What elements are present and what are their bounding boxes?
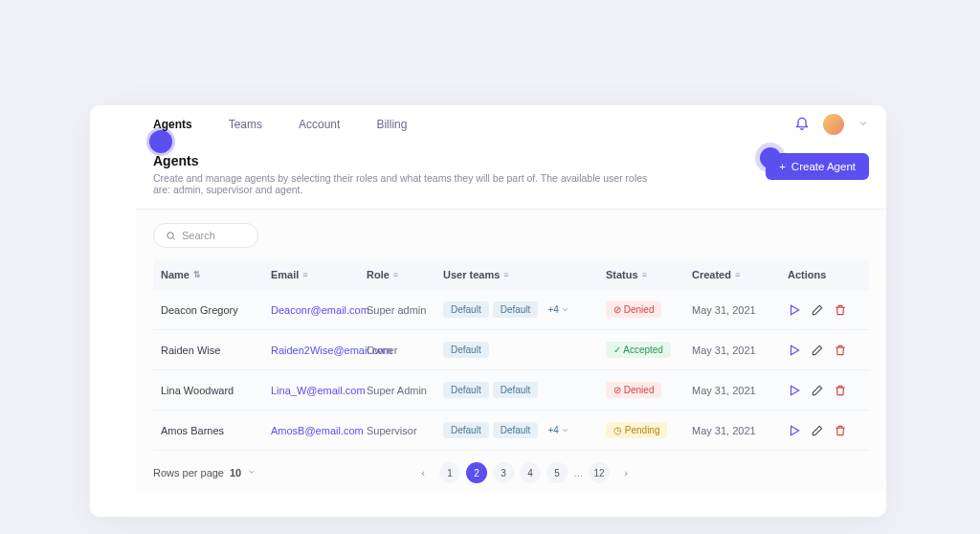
cell-teams: DefaultDefault [443, 382, 606, 398]
col-created[interactable]: Created≡ [692, 269, 788, 280]
cell-created: May 31, 2021 [692, 345, 788, 356]
play-icon[interactable] [788, 384, 801, 397]
cell-actions [788, 344, 855, 357]
cell-created: May 31, 2021 [692, 385, 788, 396]
edit-icon[interactable] [811, 303, 824, 317]
teams-more[interactable]: +4 [542, 301, 574, 318]
play-icon[interactable] [788, 424, 801, 437]
edit-icon[interactable] [811, 384, 824, 397]
rows-per-page-value[interactable]: 10 [230, 467, 241, 478]
search-icon [166, 231, 176, 241]
page-subtitle: Create and manage agents by selecting th… [153, 172, 651, 195]
team-chip: Default [443, 422, 489, 438]
page-2[interactable]: 2 [466, 462, 487, 483]
play-icon[interactable] [788, 303, 801, 317]
cell-actions [788, 424, 855, 437]
cell-name: Amos Barnes [161, 425, 271, 436]
tab-billing[interactable]: Billing [376, 106, 407, 143]
svg-point-8 [167, 232, 173, 237]
filter-icon: ≡ [735, 270, 740, 279]
filter-icon: ≡ [642, 270, 647, 279]
search-placeholder: Search [182, 230, 215, 241]
tab-teams[interactable]: Teams [229, 106, 262, 143]
trash-icon[interactable] [834, 303, 847, 317]
team-chip: Default [443, 382, 489, 398]
search-input[interactable]: Search [153, 223, 258, 248]
main-panel: Agents Teams Account Billing Agents Crea… [90, 105, 886, 517]
team-chip: Default [493, 382, 539, 398]
avatar[interactable] [823, 114, 844, 135]
edit-icon[interactable] [811, 424, 824, 437]
teams-more[interactable]: +4 [542, 422, 574, 438]
page-title: Agents [153, 153, 651, 168]
play-icon[interactable] [788, 344, 801, 357]
page-4[interactable]: 4 [520, 462, 541, 483]
cell-email[interactable]: AmosB@email.com [271, 425, 367, 436]
team-chip: Default [443, 301, 489, 318]
cell-name: Raiden Wise [161, 345, 271, 356]
cell-actions [788, 303, 855, 317]
cell-status: ⊘ Denied [606, 382, 692, 398]
trash-icon[interactable] [834, 384, 847, 397]
agents-table: Name⇅ Email≡ Role≡ User teams≡ Status≡ C… [153, 259, 869, 451]
trash-icon[interactable] [834, 344, 847, 357]
tabs: Agents Teams Account Billing [136, 105, 886, 144]
cell-email[interactable]: Raiden2Wise@email.com [271, 345, 367, 356]
cell-status: ◷ Pending [606, 422, 692, 438]
col-actions: Actions [788, 269, 855, 280]
chevron-down-icon[interactable] [858, 116, 869, 133]
rows-per-page-label: Rows per page [153, 467, 224, 478]
create-agent-button[interactable]: + Create Agent [766, 153, 869, 180]
sort-icon: ⇅ [193, 270, 201, 279]
cell-email[interactable]: Lina_W@email.com [271, 385, 367, 396]
table-row: Lina Woodward Lina_W@email.com Super Adm… [153, 370, 869, 411]
page-3[interactable]: 3 [493, 462, 514, 483]
cell-created: May 31, 2021 [692, 425, 788, 436]
create-agent-label: Create Agent [791, 161, 856, 172]
bell-icon[interactable] [794, 115, 810, 134]
chevron-down-icon[interactable] [247, 467, 256, 478]
status-badge: ◷ Pending [606, 422, 667, 438]
team-chip: Default [493, 422, 539, 438]
cell-teams: DefaultDefault+4 [443, 301, 606, 318]
cell-created: May 31, 2021 [692, 304, 788, 316]
col-teams[interactable]: User teams≡ [443, 269, 606, 280]
col-status[interactable]: Status≡ [606, 269, 692, 280]
table-row: Deacon Gregory Deaconr@email.com Super a… [153, 290, 869, 330]
cell-status: ⊘ Denied [606, 301, 692, 318]
filter-icon: ≡ [503, 270, 508, 279]
cell-role: Super Admin [367, 385, 443, 396]
page-next[interactable]: › [615, 462, 636, 483]
plus-icon: + [779, 161, 786, 172]
status-badge: ⊘ Denied [606, 382, 661, 398]
cell-teams: DefaultDefault+4 [443, 422, 606, 438]
cell-teams: Default [443, 342, 606, 358]
status-badge: ⊘ Denied [606, 301, 661, 318]
cell-role: Owner [367, 345, 443, 356]
col-role[interactable]: Role≡ [367, 269, 443, 280]
cell-email[interactable]: Deaconr@email.com [271, 304, 367, 316]
page-ellipsis: … [573, 468, 583, 478]
cell-role: Super admin [367, 304, 443, 316]
trash-icon[interactable] [834, 424, 847, 437]
filter-icon: ≡ [393, 270, 398, 279]
status-badge: ✓ Accepted [606, 342, 671, 358]
cell-role: Supervisor [367, 425, 443, 436]
page-header: Agents Create and manage agents by selec… [136, 144, 886, 209]
page-12[interactable]: 12 [589, 462, 610, 483]
table-row: Amos Barnes AmosB@email.com Supervisor D… [153, 411, 869, 451]
page-prev[interactable]: ‹ [412, 462, 434, 483]
col-name[interactable]: Name⇅ [161, 269, 271, 280]
cell-status: ✓ Accepted [606, 342, 692, 358]
filter-icon: ≡ [302, 270, 307, 279]
team-chip: Default [493, 301, 539, 318]
cell-actions [788, 384, 855, 397]
tab-agents[interactable]: Agents [153, 106, 192, 143]
pagination: Rows per page 10 ‹12345…12› [153, 462, 869, 483]
table-row: Raiden Wise Raiden2Wise@email.com Owner … [153, 330, 869, 370]
tab-account[interactable]: Account [299, 106, 340, 143]
page-1[interactable]: 1 [439, 462, 460, 483]
edit-icon[interactable] [811, 344, 824, 357]
col-email[interactable]: Email≡ [271, 269, 367, 280]
page-5[interactable]: 5 [546, 462, 568, 483]
